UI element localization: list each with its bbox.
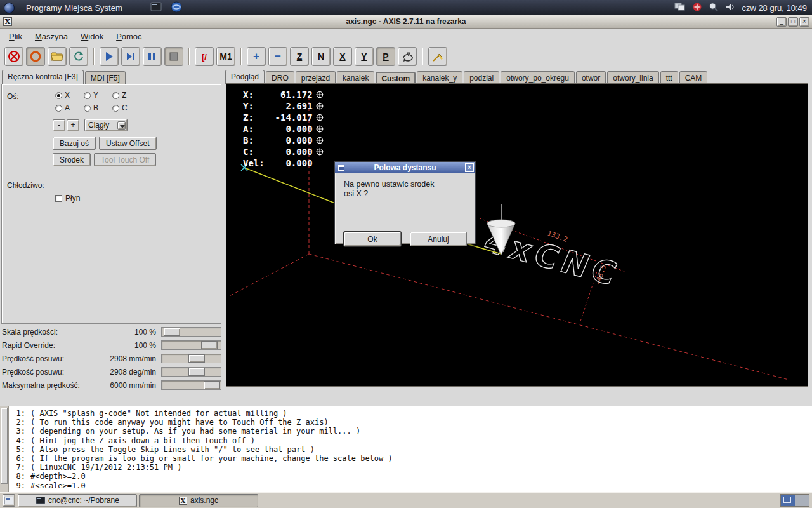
jog-plus-button[interactable]: + <box>67 119 79 131</box>
gcode-line[interactable]: 9: #<scale>=1.0 <box>10 481 812 490</box>
show-desktop-button[interactable] <box>3 494 15 507</box>
workspace-switcher[interactable] <box>780 494 809 507</box>
minimize-button[interactable]: _ <box>776 17 787 27</box>
zoom-in-button[interactable]: + <box>247 47 266 66</box>
window-titlebar[interactable]: X axis.ngc - AXIS 2.7.11 na frezarka _ □… <box>0 15 812 29</box>
search-indicator-icon[interactable] <box>709 2 719 14</box>
gcode-line[interactable]: 5: ( Also press the Toggle Skip Lines wi… <box>10 445 812 454</box>
menu-item[interactable]: Plik <box>4 30 27 43</box>
front-view-button[interactable]: Y <box>355 47 374 66</box>
open-file-button[interactable] <box>48 47 67 66</box>
perspective-view-button[interactable]: P <box>376 47 395 66</box>
menu-item[interactable]: Pomoc <box>111 30 147 43</box>
estop-button[interactable] <box>4 47 23 66</box>
preview-tab[interactable]: otwory_linia <box>607 71 658 84</box>
stop-button[interactable] <box>164 47 183 66</box>
clock[interactable]: czw 28 gru, 10:49 <box>742 3 807 13</box>
workspace-2[interactable] <box>795 495 809 506</box>
run-program-button[interactable] <box>100 47 119 66</box>
slider-track[interactable] <box>161 327 221 337</box>
left-tab[interactable]: Ręczna kontrola [F3] <box>2 70 84 84</box>
browser-launcher-icon[interactable] <box>171 1 182 15</box>
gcode-scrollbar-thumb[interactable] <box>1 408 8 484</box>
axis-radio-a[interactable] <box>55 105 62 112</box>
slider-handle[interactable] <box>164 328 180 336</box>
top-view-button[interactable]: Z <box>290 47 309 66</box>
dialog-close-icon[interactable]: × <box>465 163 474 172</box>
step-line-button[interactable] <box>121 47 140 66</box>
distro-menu-icon[interactable] <box>4 3 15 13</box>
slider-track[interactable] <box>161 367 221 377</box>
preview-tab[interactable]: kanalek <box>337 71 374 84</box>
slider-handle[interactable] <box>188 368 205 376</box>
zoom-out-button[interactable]: − <box>268 47 287 66</box>
axis-radio-c[interactable] <box>112 105 119 112</box>
home-axis-button[interactable]: Bazuj oś <box>53 137 96 150</box>
maximize-button[interactable]: □ <box>788 17 798 27</box>
menu-item[interactable]: Maszyna <box>30 30 73 43</box>
displays-indicator-icon[interactable] <box>674 3 686 13</box>
update-notifier-icon[interactable] <box>692 2 702 14</box>
desktop-menu-item[interactable]: Miejsca <box>63 2 93 14</box>
gcode-line[interactable]: 7: ( LinuxCNC 19/1/2012 2:13:51 PM ) <box>10 463 812 472</box>
gcode-scrollbar[interactable] <box>0 406 9 495</box>
workspace-1[interactable] <box>781 495 795 506</box>
clear-plot-button[interactable] <box>428 47 447 66</box>
axis-radio-x[interactable] <box>55 92 62 99</box>
preview-tab[interactable]: podzial <box>464 71 499 84</box>
slider-track[interactable] <box>161 354 221 363</box>
preview-tab[interactable]: otwor <box>576 71 606 84</box>
gcode-line-text: ( Hint jog the Z axis down a bit then to… <box>30 436 255 445</box>
axis-radio-y[interactable] <box>84 92 91 99</box>
volume-icon[interactable] <box>725 3 735 13</box>
preview-tab[interactable]: Custom <box>376 72 416 84</box>
gcode-listing[interactable]: 1: ( AXIS "splash g-code" Not intended f… <box>0 406 812 494</box>
jog-mode-dropdown[interactable]: Ciągły <box>84 119 128 131</box>
preview-tab[interactable]: ttt <box>660 71 678 84</box>
gcode-line[interactable]: 4: ( Hint jog the Z axis down a bit then… <box>10 436 812 445</box>
preview-tab[interactable]: DRO <box>266 71 294 84</box>
terminal-launcher-icon[interactable] <box>150 2 162 14</box>
preview-tab[interactable]: kanalek_y <box>417 71 462 84</box>
gcode-line[interactable]: 2: ( To run this code anyway you might h… <box>10 418 812 427</box>
slider-handle[interactable] <box>188 354 205 363</box>
axis-radio-b[interactable] <box>84 105 91 112</box>
side-view-button[interactable]: X <box>333 47 352 66</box>
machine-power-button[interactable] <box>26 47 45 66</box>
rotate-view-button[interactable] <box>398 47 417 66</box>
optional-stop-button[interactable]: M1 <box>216 47 235 66</box>
taskbar-item-axis[interactable]: X axis.ngc <box>139 494 258 507</box>
preview-tab[interactable]: CAM <box>679 71 708 84</box>
dialog-ok-button[interactable]: Ok <box>344 232 401 246</box>
dialog-cancel-button[interactable]: Anuluj <box>410 232 467 246</box>
touch-off-button[interactable]: Ustaw Offset <box>99 137 156 150</box>
close-button[interactable]: × <box>799 17 809 27</box>
taskbar-item-terminal[interactable]: cnc@cnc: ~/Pobrane <box>18 494 137 507</box>
slider-track[interactable] <box>161 380 221 390</box>
left-tab[interactable]: MDI [F5] <box>85 71 126 84</box>
preview-tab[interactable]: przejazd <box>296 71 336 84</box>
axis-radio-z[interactable] <box>112 92 119 99</box>
desktop-menu-item[interactable]: Programy <box>25 2 63 14</box>
toggle-skip-lines-button[interactable]: [/ <box>195 47 214 66</box>
gcode-line[interactable]: 6: ( If the program is too big or small … <box>10 454 812 463</box>
gcode-line[interactable]: 1: ( AXIS "splash g-code" Not intended f… <box>10 409 812 418</box>
flood-checkbox[interactable] <box>55 195 62 202</box>
backplot-view[interactable]: 133.2 -43.5 4xCNC <box>226 83 808 387</box>
slider-handle[interactable] <box>201 341 218 349</box>
slider-track[interactable] <box>161 340 221 350</box>
slider-handle[interactable] <box>204 381 220 389</box>
reload-file-button[interactable] <box>69 47 88 66</box>
gcode-line[interactable]: 3: ( depending on your setup. As if you … <box>10 427 812 436</box>
jog-minus-button[interactable]: - <box>53 119 65 131</box>
gcode-line[interactable]: 8: #<depth>=2.0 <box>10 472 812 481</box>
menu-item[interactable]: Widok <box>75 30 108 43</box>
preview-tab[interactable]: Podgląd <box>225 70 265 84</box>
pause-button[interactable] <box>143 47 162 66</box>
dialog-titlebar[interactable]: Polowa dystansu × <box>335 162 475 173</box>
rotated-top-view-button[interactable]: N <box>311 47 331 66</box>
desktop-menu-item[interactable]: System <box>93 2 123 14</box>
preview-tab[interactable]: otwory_po_okregu <box>501 71 575 84</box>
center-button[interactable]: Srodek <box>53 153 91 166</box>
tool-touch-off-button[interactable]: Tool Touch Off <box>94 153 156 166</box>
